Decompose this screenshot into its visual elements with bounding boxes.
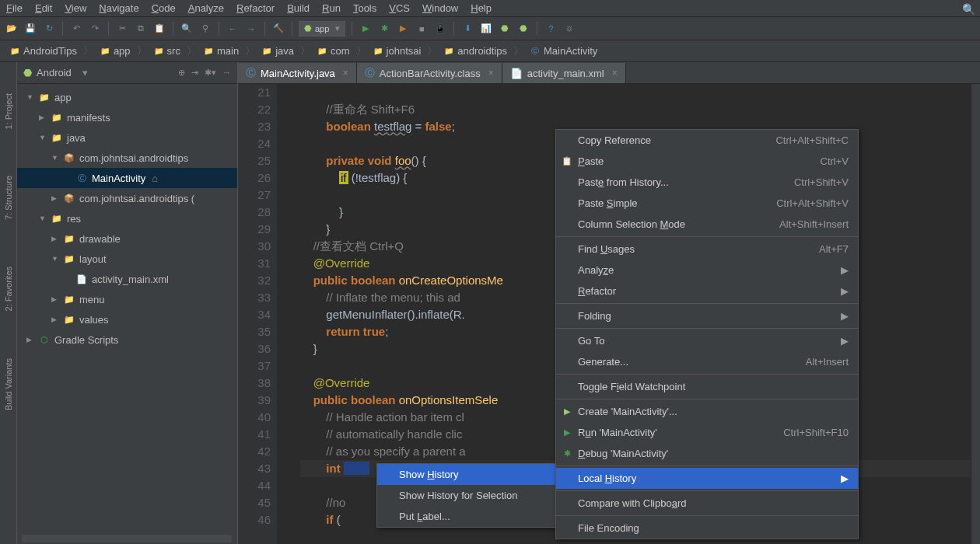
tree-item-layout[interactable]: ▼📁layout xyxy=(17,249,237,269)
menu-analyze[interactable]: Analyze xyxy=(188,2,224,14)
menu-build[interactable]: Build xyxy=(287,2,310,14)
run-icon[interactable]: ▶ xyxy=(359,22,373,36)
search-everywhere-icon[interactable]: 🔍 xyxy=(962,3,975,16)
ctx-toggle-field-watchpoint[interactable]: Toggle Field Watchpoint xyxy=(556,376,858,397)
tab-activity-main-xml[interactable]: 📄activity_main.xml× xyxy=(502,63,626,83)
tab-actionbaractivity-class[interactable]: ⒸActionBarActivity.class× xyxy=(357,63,502,83)
ctx-file-encoding[interactable]: File Encoding xyxy=(556,518,858,539)
ctx-debug-mainactivity-[interactable]: ✱Debug 'MainActivity' xyxy=(556,443,858,464)
tree-item-values[interactable]: ▶📁values xyxy=(17,309,237,330)
breadcrumb-johntsai[interactable]: 📁johntsai xyxy=(368,44,426,58)
submenu-put-label-[interactable]: Put Label... xyxy=(377,506,562,527)
tab-mainactivity-java[interactable]: ⒸMainActivity.java× xyxy=(238,63,357,83)
menu-refactor[interactable]: Refactor xyxy=(236,2,275,14)
breadcrumb-mainactivity[interactable]: ⒸMainActivity xyxy=(525,44,602,58)
tab-close-icon[interactable]: × xyxy=(343,68,348,78)
cut-icon[interactable]: ✂ xyxy=(115,22,129,36)
redo-icon[interactable]: ↷ xyxy=(88,22,102,36)
menu-code[interactable]: Code xyxy=(152,2,176,14)
monitor-icon[interactable]: 📊 xyxy=(479,22,493,36)
ctx-column-selection-mode[interactable]: Column Selection ModeAlt+Shift+Insert xyxy=(556,214,858,235)
tree-item-java[interactable]: ▼📁java xyxy=(17,127,237,148)
breadcrumb-androidtips[interactable]: 📁androidtips xyxy=(439,44,512,58)
tab-close-icon[interactable]: × xyxy=(488,68,494,78)
find-icon[interactable]: 🔍 xyxy=(180,22,194,36)
attach-icon[interactable]: ▶ xyxy=(396,22,410,36)
ctx-copy-reference[interactable]: Copy ReferenceCtrl+Alt+Shift+C xyxy=(556,130,858,151)
menu-tools[interactable]: Tools xyxy=(353,2,376,14)
project-tree[interactable]: ▼📁app▶📁manifests▼📁java▼📦com.johntsai.and… xyxy=(17,84,237,544)
ctx-analyze[interactable]: Analyze▶ xyxy=(556,260,858,281)
copy-icon[interactable]: ⧉ xyxy=(134,22,148,36)
submenu-show-history[interactable]: Show History xyxy=(377,464,562,485)
breadcrumb-androidtips[interactable]: 📁AndroidTips xyxy=(5,44,82,58)
ctx-go-to[interactable]: Go To▶ xyxy=(556,330,858,351)
sidebar-collapse-icon[interactable]: ⇥ xyxy=(191,68,198,78)
tree-item-app[interactable]: ▼📁app xyxy=(17,87,237,107)
sidebar-target-icon[interactable]: ⊕ xyxy=(178,68,185,78)
menu-edit[interactable]: Edit xyxy=(35,2,52,14)
open-icon[interactable]: 📂 xyxy=(5,22,19,36)
sync-icon[interactable]: ↻ xyxy=(42,22,56,36)
save-icon[interactable]: 💾 xyxy=(23,22,37,36)
sidebar-gear-icon[interactable]: ✱▾ xyxy=(205,68,216,78)
android2-icon[interactable]: ⬣ xyxy=(516,22,530,36)
menu-file[interactable]: File xyxy=(6,2,23,14)
stop-icon[interactable]: ■ xyxy=(415,22,429,36)
sidebar-view-dropdown-icon[interactable]: ▾ xyxy=(82,67,88,78)
rail-7-structure[interactable]: 7: Structure xyxy=(4,176,13,220)
build-icon[interactable]: 🔨 xyxy=(271,22,285,36)
breadcrumb-main[interactable]: 📁main xyxy=(198,44,243,58)
ctx-folding[interactable]: Folding▶ xyxy=(556,305,858,326)
breadcrumb-com[interactable]: 📁com xyxy=(312,44,355,58)
breadcrumb-app[interactable]: 📁app xyxy=(95,44,135,58)
ctx-local-history[interactable]: Local History▶ xyxy=(556,468,858,489)
tree-item-mainactivity[interactable]: ⒸMainActivity⌂ xyxy=(17,168,237,188)
android-icon[interactable]: ⬣ xyxy=(498,22,512,36)
menu-run[interactable]: Run xyxy=(322,2,341,14)
menu-vcs[interactable]: VCS xyxy=(389,2,410,14)
rail-1-project[interactable]: 1: Project xyxy=(4,93,13,129)
ctx-generate-[interactable]: Generate...Alt+Insert xyxy=(556,351,858,372)
tree-item-drawable[interactable]: ▶📁drawable xyxy=(17,228,237,249)
sidebar-hide-icon[interactable]: → xyxy=(222,68,231,78)
ctx-refactor[interactable]: Refactor▶ xyxy=(556,281,858,302)
forward-icon[interactable]: → xyxy=(244,22,258,36)
ctx-find-usages[interactable]: Find UsagesAlt+F7 xyxy=(556,239,858,260)
paste-icon[interactable]: 📋 xyxy=(152,22,166,36)
back-icon[interactable]: ← xyxy=(226,22,240,36)
undo-icon[interactable]: ↶ xyxy=(69,22,83,36)
editor-context-menu[interactable]: Copy ReferenceCtrl+Alt+Shift+C📋PasteCtrl… xyxy=(555,129,859,539)
ctx-compare-with-clipboard[interactable]: Compare with Clipboard xyxy=(556,493,858,514)
rail-build-variants[interactable]: Build Variants xyxy=(4,358,13,410)
tree-item-menu[interactable]: ▶📁menu xyxy=(17,289,237,309)
tree-item-com-johntsai-androidtips[interactable]: ▼📦com.johntsai.androidtips xyxy=(17,148,237,168)
replace-icon[interactable]: ⚲ xyxy=(198,22,212,36)
breadcrumb-java[interactable]: 📁java xyxy=(257,44,299,58)
submenu-show-history-for-selection[interactable]: Show History for Selection xyxy=(377,485,562,506)
rail-2-favorites[interactable]: 2: Favorites xyxy=(4,267,13,311)
ctx-paste-from-history-[interactable]: Paste from History...Ctrl+Shift+V xyxy=(556,172,858,193)
tree-item-gradle-scripts[interactable]: ▶⬡Gradle Scripts xyxy=(17,330,237,350)
ctx-create-mainactivity-[interactable]: ▶Create 'MainActivity'... xyxy=(556,401,858,422)
menu-navigate[interactable]: Navigate xyxy=(99,2,138,14)
tree-item-res[interactable]: ▼📁res xyxy=(17,208,237,228)
run-config-selector[interactable]: ⬣app▾ xyxy=(299,21,345,37)
help-icon[interactable]: ? xyxy=(544,22,558,36)
menu-help[interactable]: Help xyxy=(471,2,492,14)
breadcrumb-src[interactable]: 📁src xyxy=(149,44,185,58)
menu-view[interactable]: View xyxy=(65,2,86,14)
sidebar-view-label[interactable]: Android xyxy=(37,67,72,78)
tree-item-activity-main-xml[interactable]: 📄activity_main.xml xyxy=(17,269,237,289)
debug-icon[interactable]: ✱ xyxy=(377,22,391,36)
tree-item-manifests[interactable]: ▶📁manifests xyxy=(17,107,237,127)
avd-icon[interactable]: 📱 xyxy=(433,22,447,36)
sdk-icon[interactable]: ⬇ xyxy=(460,22,474,36)
ctx-paste[interactable]: 📋PasteCtrl+V xyxy=(556,151,858,172)
settings-icon[interactable]: ⛭ xyxy=(562,22,576,36)
tab-close-icon[interactable]: × xyxy=(612,68,618,78)
local-history-submenu[interactable]: Show HistoryShow History for SelectionPu… xyxy=(376,463,563,528)
ctx-run-mainactivity-[interactable]: ▶Run 'MainActivity'Ctrl+Shift+F10 xyxy=(556,422,858,443)
ctx-paste-simple[interactable]: Paste SimpleCtrl+Alt+Shift+V xyxy=(556,193,858,214)
sidebar-hscroll[interactable] xyxy=(22,535,232,542)
